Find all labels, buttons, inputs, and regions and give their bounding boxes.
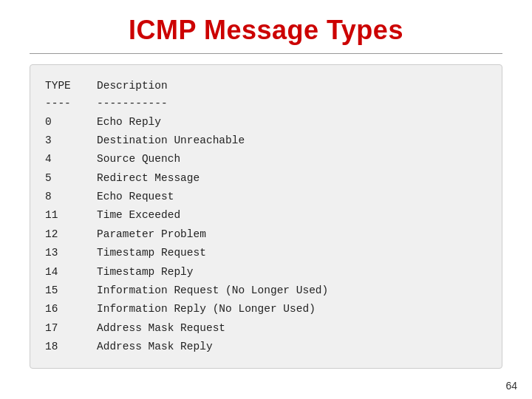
page-number: 64 bbox=[505, 380, 517, 392]
table-row: 3Destination Unreachable bbox=[45, 132, 487, 150]
row-type: 15 bbox=[45, 282, 97, 300]
row-description: Redirect Message bbox=[97, 169, 487, 188]
header-type: TYPE bbox=[45, 77, 97, 95]
table-row: 8Echo Request bbox=[45, 188, 487, 206]
row-description: Timestamp Reply bbox=[97, 263, 487, 282]
row-type: 12 bbox=[45, 225, 97, 244]
row-type: 5 bbox=[45, 169, 97, 188]
header-description: Description bbox=[97, 77, 487, 95]
table-body: 0Echo Reply3Destination Unreachable4Sour… bbox=[45, 113, 487, 357]
table-row: 5Redirect Message bbox=[45, 169, 487, 188]
row-description: Time Exceeded bbox=[97, 206, 487, 225]
row-description: Parameter Problem bbox=[97, 225, 487, 244]
table-row: 13Timestamp Request bbox=[45, 244, 487, 262]
row-type: 16 bbox=[45, 300, 97, 318]
row-description: Timestamp Request bbox=[97, 244, 487, 262]
row-description: Echo Reply bbox=[97, 113, 487, 132]
row-type: 13 bbox=[45, 244, 97, 262]
row-description: Information Reply (No Longer Used) bbox=[97, 300, 487, 318]
table-row: 12Parameter Problem bbox=[45, 225, 487, 244]
table-row: 18Address Mask Reply bbox=[45, 338, 487, 356]
table-header-row: TYPE Description bbox=[45, 77, 487, 95]
table-row: 16Information Reply (No Longer Used) bbox=[45, 300, 487, 318]
icmp-table: TYPE Description ---- ----------- 0Echo … bbox=[30, 64, 502, 369]
row-type: 0 bbox=[45, 113, 97, 132]
separator-type: ---- bbox=[45, 95, 97, 112]
table-row: 0Echo Reply bbox=[45, 113, 487, 132]
row-type: 4 bbox=[45, 150, 97, 168]
row-type: 3 bbox=[45, 132, 97, 150]
row-description: Address Mask Request bbox=[97, 319, 487, 338]
slide-title: ICMP Message Types bbox=[30, 15, 502, 46]
row-description: Address Mask Reply bbox=[97, 338, 487, 356]
table-row: 11Time Exceeded bbox=[45, 206, 487, 225]
table-row: 15Information Request (No Longer Used) bbox=[45, 282, 487, 300]
table-row: 17Address Mask Request bbox=[45, 319, 487, 338]
row-description: Echo Request bbox=[97, 188, 487, 206]
title-divider bbox=[30, 53, 502, 54]
slide: ICMP Message Types TYPE Description ----… bbox=[0, 0, 532, 399]
row-type: 8 bbox=[45, 188, 97, 206]
table-row: 4Source Quench bbox=[45, 150, 487, 168]
row-description: Destination Unreachable bbox=[97, 132, 487, 150]
row-type: 18 bbox=[45, 338, 97, 356]
row-type: 11 bbox=[45, 206, 97, 225]
row-type: 14 bbox=[45, 263, 97, 282]
row-description: Source Quench bbox=[97, 150, 487, 168]
row-type: 17 bbox=[45, 319, 97, 338]
row-description: Information Request (No Longer Used) bbox=[97, 282, 487, 300]
table-separator-row: ---- ----------- bbox=[45, 95, 487, 112]
table-row: 14Timestamp Reply bbox=[45, 263, 487, 282]
separator-description: ----------- bbox=[97, 95, 487, 112]
